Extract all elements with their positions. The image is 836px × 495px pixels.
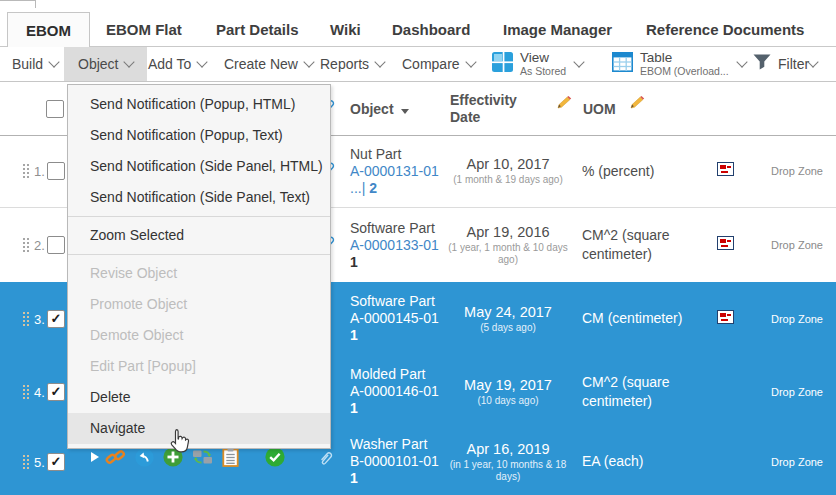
- date-relative: (1 month & 19 days ago): [453, 174, 563, 186]
- object-cell: Software Part A-0000145-01 1: [350, 282, 456, 355]
- part-name: Software Part: [350, 220, 456, 237]
- row-checkbox[interactable]: [47, 383, 65, 401]
- filter-funnel-icon: [752, 53, 772, 75]
- chevron-down-icon: [124, 56, 135, 67]
- object-cell: Washer Part B-0000101-01 1: [350, 428, 456, 495]
- chevron-down-icon: [303, 56, 314, 67]
- select-all-checkbox[interactable]: [46, 100, 64, 118]
- column-header-uom[interactable]: UOM: [583, 101, 616, 117]
- drop-zone[interactable]: Drop Zone: [771, 456, 823, 468]
- tab-wiki[interactable]: Wiki: [330, 21, 361, 38]
- part-number-link[interactable]: A-0000131-01: [350, 163, 456, 180]
- menu-separator: [68, 254, 330, 255]
- view-grid-icon: [492, 52, 513, 76]
- drop-zone[interactable]: Drop Zone: [771, 313, 823, 325]
- menu-item-navigate[interactable]: Navigate: [68, 413, 330, 444]
- menu-separator: [68, 216, 330, 217]
- add-icon[interactable]: [163, 447, 183, 467]
- tab-ebom-flat[interactable]: EBOM Flat: [106, 21, 182, 38]
- uom-cell: % (percent): [582, 135, 710, 207]
- quantity: 1: [350, 400, 456, 417]
- menu-item-send-notification-sidepanel-text[interactable]: Send Notification (Side Panel, Text): [68, 182, 330, 213]
- reports-label: Reports: [320, 56, 369, 72]
- date-value: May 24, 2017: [464, 304, 552, 320]
- chevron-down-icon: [374, 56, 385, 67]
- uom-value: % (percent): [582, 162, 654, 181]
- goto-icon[interactable]: [135, 448, 154, 467]
- row-checkbox[interactable]: [47, 453, 65, 471]
- effectivity-date-cell: Apr 19, 2016(1 year, 1 month & 10 days a…: [446, 208, 570, 282]
- approve-check-icon[interactable]: [265, 447, 285, 467]
- table-icon: [612, 52, 633, 76]
- uom-cell: CM (centimeter): [582, 282, 710, 355]
- uom-value: CM^2 (square centimeter): [582, 226, 710, 264]
- menu-item-zoom-selected[interactable]: Zoom Selected: [68, 220, 330, 251]
- expand-arrow-icon[interactable]: [91, 452, 99, 462]
- menu-item-send-notification-sidepanel-html[interactable]: Send Notification (Side Panel, HTML): [68, 151, 330, 182]
- drag-handle-icon[interactable]: [23, 455, 25, 457]
- menu-item-delete[interactable]: Delete: [68, 382, 330, 413]
- row-checkbox[interactable]: [47, 162, 65, 180]
- drag-handle-icon[interactable]: [23, 238, 25, 240]
- menu-item-promote-object: Promote Object: [68, 289, 330, 320]
- part-number-link[interactable]: A-0000146-01: [350, 383, 456, 400]
- edit-pencil-icon[interactable]: [557, 95, 572, 113]
- object-menu-button[interactable]: Object: [64, 47, 147, 81]
- table-selector-button[interactable]: TableEBOM (Overload...: [612, 47, 746, 81]
- date-value: Apr 19, 2016: [466, 224, 549, 240]
- row-number: 5.: [34, 454, 45, 469]
- row-action-toolbar: [91, 447, 294, 467]
- compare-menu-button[interactable]: Compare: [402, 47, 475, 81]
- chevron-down-icon: [807, 56, 818, 67]
- object-label: Object: [78, 56, 118, 72]
- pane-corner: [0, 0, 36, 8]
- tab-dashboard[interactable]: Dashboard: [392, 21, 470, 38]
- row-checkbox[interactable]: [47, 236, 65, 254]
- column-header-object[interactable]: Object: [350, 101, 409, 117]
- menu-item-revise-object: Revise Object: [68, 258, 330, 289]
- replace-icon[interactable]: [192, 448, 213, 466]
- date-relative: (1 year, 1 month & 10 days ago): [446, 242, 570, 266]
- ebom-grid-window: EBOM EBOM Flat Part Details Wiki Dashboa…: [0, 0, 836, 495]
- clipboard-icon[interactable]: [222, 447, 239, 467]
- tab-part-details[interactable]: Part Details: [216, 21, 299, 38]
- menu-item-demote-object: Demote Object: [68, 320, 330, 351]
- menu-item-send-notification-popup-text[interactable]: Send Notification (Popup, Text): [68, 120, 330, 151]
- link-icon[interactable]: [105, 448, 126, 466]
- drag-handle-icon[interactable]: [23, 385, 25, 387]
- row-checkbox[interactable]: [47, 310, 65, 328]
- tab-reference-documents[interactable]: Reference Documents: [646, 21, 804, 38]
- row-number: 3.: [34, 311, 45, 326]
- effectivity-date-cell: May 19, 2017(10 days ago): [446, 355, 570, 428]
- add-to-menu-button[interactable]: Add To: [148, 47, 206, 81]
- create-new-menu-button[interactable]: Create New: [224, 47, 313, 81]
- part-name: Molded Part: [350, 366, 456, 383]
- part-number-link[interactable]: B-0000101-01: [350, 453, 456, 470]
- view-selector-button[interactable]: ViewAs Stored: [492, 47, 583, 81]
- reports-menu-button[interactable]: Reports: [320, 47, 384, 81]
- tab-ebom[interactable]: EBOM: [7, 12, 90, 48]
- more-link[interactable]: ...|: [350, 180, 369, 196]
- quantity: 1: [350, 327, 456, 344]
- drag-handle-icon[interactable]: [23, 164, 25, 166]
- menu-item-send-notification-popup-html[interactable]: Send Notification (Popup, HTML): [68, 89, 330, 120]
- tab-image-manager[interactable]: Image Manager: [503, 21, 612, 38]
- date-relative: (5 days ago): [480, 322, 536, 334]
- part-number-link[interactable]: A-0000145-01: [350, 310, 456, 327]
- build-menu-button[interactable]: Build: [12, 47, 58, 81]
- part-number-link[interactable]: A-0000133-01: [350, 237, 456, 254]
- chevron-down-icon: [736, 56, 747, 67]
- filter-label: Filter: [778, 56, 809, 72]
- drop-zone[interactable]: Drop Zone: [771, 239, 823, 251]
- edit-pencil-icon[interactable]: [630, 95, 645, 113]
- object-cell: Molded Part A-0000146-01 1: [350, 355, 456, 428]
- quantity: 1: [350, 470, 456, 487]
- paperclip-icon[interactable]: [318, 450, 333, 471]
- drop-zone[interactable]: Drop Zone: [771, 165, 823, 177]
- drop-zone[interactable]: Drop Zone: [771, 386, 823, 398]
- date-relative: (10 days ago): [477, 395, 538, 407]
- filter-button[interactable]: Filter: [752, 47, 817, 81]
- drag-handle-icon[interactable]: [23, 312, 25, 314]
- column-header-effectivity-date[interactable]: Effectivity Date: [450, 92, 542, 126]
- part-name: Software Part: [350, 293, 456, 310]
